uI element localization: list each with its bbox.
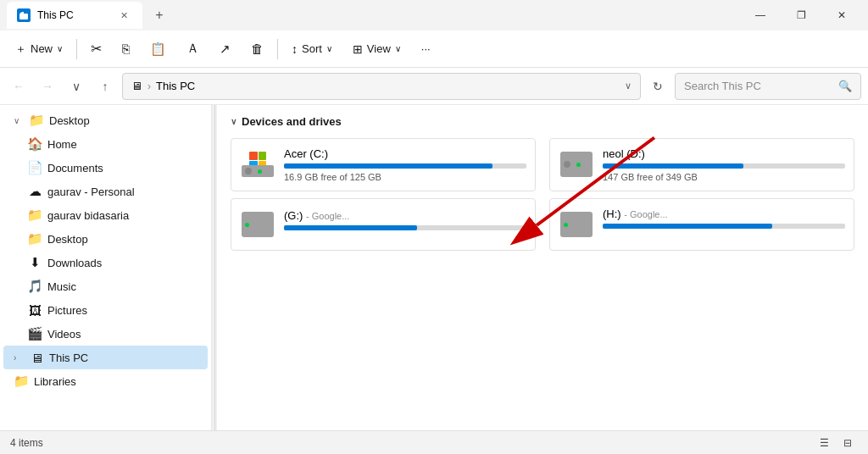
plus-icon: ＋ [15,42,26,57]
paste-icon: 📋 [150,42,166,57]
c-drive-icon-wrap [240,147,275,181]
dropdown-button[interactable]: ∨ [64,75,88,98]
sort-chevron-icon: ∨ [326,44,332,53]
new-label: New [31,42,53,55]
status-grid-view-button[interactable]: ⊟ [837,434,858,452]
view-button[interactable]: ⊞ View ∨ [344,36,409,63]
sidebar-label-desktop: Desktop [47,233,88,246]
back-button[interactable]: ← [7,75,31,98]
svg-rect-0 [19,14,28,19]
delete-button[interactable]: 🗑 [242,36,272,63]
tab-close-button[interactable]: ✕ [115,7,132,24]
minimize-button[interactable]: — [741,2,780,29]
drives-grid: Acer (C:) 16.9 GB free of 125 GB [231,138,854,251]
g-drive-icon-wrap [240,208,275,241]
sidebar-label-documents: Documents [47,162,103,174]
title-bar: This PC ✕ + — ❐ ✕ [0,0,868,30]
sidebar-chevron-desktop: ∨ [14,116,24,125]
content-area: ∨ Devices and drives [217,105,868,430]
status-items-count: 4 items [10,437,43,449]
sidebar-item-videos[interactable]: 🎬 Videos [3,322,208,346]
sidebar-item-gaurav-bidasaria[interactable]: 📁 gaurav bidasaria [3,203,208,227]
section-title-devices: Devices and drives [242,115,342,128]
sidebar-item-gaurav-personal[interactable]: ☁ gaurav - Personal [3,180,208,203]
sort-label: Sort [302,42,322,55]
address-separator: › [147,80,151,92]
sidebar-item-desktop-root[interactable]: ∨ 📁 Desktop [3,108,208,132]
sidebar-item-this-pc[interactable]: › 🖥 This PC [3,346,208,369]
sidebar-label-this-pc: This PC [49,352,88,364]
c-drive-bar-fill [284,163,492,169]
g-drive-name: (G:) - Google... [284,209,526,222]
sidebar-chevron-this-pc: › [14,353,24,363]
c-drive-free-text: 16.9 GB free of 125 GB [284,172,526,182]
sidebar-item-downloads[interactable]: ⬇ Downloads [3,251,208,274]
view-chevron-icon: ∨ [395,44,401,53]
toolbar-separator-1 [76,39,77,59]
up-button[interactable]: ↑ [93,75,117,98]
main-layout: ∨ 📁 Desktop 🏠 Home 📄 Documents ☁ gaurav … [0,105,868,430]
cloud-icon: ☁ [27,184,42,199]
close-button[interactable]: ✕ [822,2,861,29]
sidebar-label-desktop-root: Desktop [49,114,90,127]
cut-icon: ✂ [91,41,102,57]
music-icon: 🎵 [27,279,42,294]
sidebar-item-desktop[interactable]: 📁 Desktop [3,227,208,251]
tab-folder-icon [17,8,31,22]
address-box[interactable]: 🖥 › This PC ∨ [122,73,641,100]
sidebar-label-music: Music [47,280,76,293]
rename-button[interactable]: Ａ [178,36,208,63]
g-drive-bar-fill [284,225,417,230]
d-drive-free-text: 147 GB free of 349 GB [603,172,845,182]
share-icon: ↗ [220,42,231,57]
sort-button[interactable]: ↕ Sort ∨ [283,36,341,63]
sidebar-item-pictures[interactable]: 🖼 Pictures [3,298,208,322]
window-controls: — ❐ ✕ [741,2,861,29]
drive-item-c[interactable]: Acer (C:) 16.9 GB free of 125 GB [231,138,536,191]
videos-icon: 🎬 [27,326,42,341]
d-drive-icon-wrap [559,147,594,181]
more-icon: ··· [421,42,431,55]
address-chevron-icon[interactable]: ∨ [625,80,632,91]
drive-item-h[interactable]: (H:) - Google... [549,198,854,251]
pictures-icon: 🖼 [27,303,42,318]
refresh-button[interactable]: ↻ [646,75,670,98]
libraries-icon: 📁 [14,374,29,389]
section-header-devices[interactable]: ∨ Devices and drives [231,115,854,128]
active-tab[interactable]: This PC ✕ [7,2,142,29]
this-pc-icon: 🖥 [29,351,44,365]
new-button[interactable]: ＋ New ∨ [7,36,71,63]
share-button[interactable]: ↗ [211,36,239,63]
sidebar-label-libraries: Libraries [34,375,76,388]
status-view-buttons: ☰ ⊟ [814,434,858,452]
view-label: View [367,42,391,55]
status-list-view-button[interactable]: ☰ [814,434,834,452]
sidebar-item-documents[interactable]: 📄 Documents [3,156,208,180]
sidebar-item-libraries[interactable]: 📁 Libraries [3,369,208,393]
sidebar-label-pictures: Pictures [47,304,87,317]
maximize-button[interactable]: ❐ [782,2,821,29]
paste-button[interactable]: 📋 [142,36,175,63]
search-icon: 🔍 [838,80,852,92]
sidebar-item-music[interactable]: 🎵 Music [3,274,208,298]
address-pc-icon: 🖥 [131,80,142,92]
delete-icon: 🗑 [251,42,264,56]
downloads-icon: ⬇ [27,255,42,270]
cut-button[interactable]: ✂ [82,36,110,63]
toolbar-separator-2 [277,39,278,59]
d-drive-info: neol (D:) 147 GB free of 349 GB [603,147,845,182]
new-chevron-icon: ∨ [57,44,63,53]
more-options-button[interactable]: ··· [413,36,439,63]
address-path-text: This PC [156,80,195,92]
sidebar-label-gaurav-personal: gaurav - Personal [47,185,135,198]
drive-item-d[interactable]: neol (D:) 147 GB free of 349 GB [549,138,854,191]
forward-button[interactable]: → [36,75,59,98]
c-drive-bar-bg [284,163,526,169]
desktop-folder-icon: 📁 [29,113,44,128]
search-box[interactable]: Search This PC 🔍 [675,73,861,100]
drive-item-g[interactable]: (G:) - Google... [231,198,536,251]
sidebar-item-home[interactable]: 🏠 Home [3,132,208,156]
folder-yellow-icon: 📁 [27,208,42,223]
new-tab-button[interactable]: + [146,2,173,29]
copy-button[interactable]: ⎘ [114,36,138,63]
